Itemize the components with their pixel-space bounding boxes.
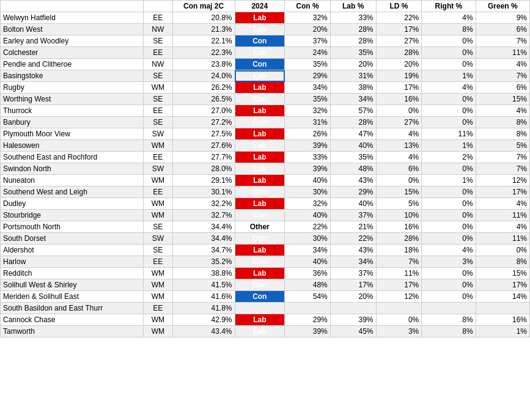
col-header-2024: 2024 (235, 1, 285, 12)
green-pct: 6% (476, 82, 529, 94)
green-pct: 11% (476, 233, 529, 245)
right-pct (422, 303, 476, 314)
con-majority: 22.1% (172, 35, 235, 47)
constituency-name: Cannock Chase (1, 314, 144, 326)
ld-pct: 28% (376, 47, 422, 59)
right-pct: 0% (422, 47, 476, 59)
lab-pct: 28% (330, 24, 376, 35)
lab-pct: 35% (330, 47, 376, 59)
result-2024: Lab (235, 82, 285, 94)
ld-pct: 16% (376, 94, 422, 105)
col-header-ld-pct: LD % (376, 1, 422, 12)
lab-pct: 37% (330, 210, 376, 221)
ld-pct: 15% (376, 186, 422, 198)
right-pct: 4% (422, 12, 476, 24)
result-2024: Lab (235, 140, 285, 152)
table-row: BasingstokeSE24.0%Lab29%31%19%1%7% (1, 70, 530, 82)
lab-pct: 34% (330, 94, 376, 105)
green-pct: 16% (476, 314, 529, 326)
con-pct: 36% (285, 268, 331, 279)
table-row: StourbridgeWM32.7%Con40%37%10%0%11% (1, 210, 530, 221)
right-pct: 0% (422, 291, 476, 303)
region-code: SE (144, 70, 173, 82)
lab-pct: 31% (330, 70, 376, 82)
ld-pct: 0% (376, 105, 422, 117)
green-pct: 11% (476, 210, 529, 221)
right-pct: 8% (422, 326, 476, 337)
region-code: EE (144, 186, 173, 198)
con-pct: 22% (285, 221, 331, 233)
right-pct: 4% (422, 82, 476, 94)
table-row: RedditchWM38.8%Lab36%37%11%0%15% (1, 268, 530, 279)
table-row: TamworthWM43.4%Lab39%45%3%8%1% (1, 326, 530, 337)
col-header-green-pct: Green % (476, 1, 529, 12)
con-pct: 34% (285, 245, 331, 256)
region-code: WM (144, 210, 173, 221)
constituency-name: Solihull West & Shirley (1, 279, 144, 291)
constituency-name: Portsmouth North (1, 221, 144, 233)
ld-pct: 3% (376, 326, 422, 337)
lab-pct: 48% (330, 163, 376, 175)
con-pct: 31% (285, 117, 331, 128)
con-majority: 41.6% (172, 291, 235, 303)
lab-pct: 20% (330, 59, 376, 70)
con-majority: 34.7% (172, 245, 235, 256)
constituency-name: Stourbridge (1, 210, 144, 221)
region-code: WM (144, 314, 173, 326)
con-pct: 30% (285, 233, 331, 245)
col-header-right-pct: Right % (422, 1, 476, 12)
con-majority: 41.8% (172, 303, 235, 314)
con-pct: 39% (285, 326, 331, 337)
table-row: BanburySE27.2%Con31%28%27%0%8% (1, 117, 530, 128)
col-header-con-pct: Con % (285, 1, 331, 12)
region-code: WM (144, 326, 173, 337)
table-row: Welwyn HatfieldEE20.8%Lab32%33%22%4%9% (1, 12, 530, 24)
table-row: Solihull West & ShirleyWM41.5%Con48%17%1… (1, 279, 530, 291)
con-majority: 28.0% (172, 163, 235, 175)
region-code: EE (144, 303, 173, 314)
lab-pct: 40% (330, 198, 376, 210)
right-pct: 0% (422, 35, 476, 47)
con-pct: 40% (285, 256, 331, 268)
table-row: Bolton WestNW21.3%Lab20%28%17%8%6% (1, 24, 530, 35)
region-code: WM (144, 140, 173, 152)
lab-pct: 47% (330, 128, 376, 140)
right-pct: 0% (422, 279, 476, 291)
result-2024 (235, 303, 285, 314)
lab-pct: 21% (330, 221, 376, 233)
con-majority: 32.2% (172, 198, 235, 210)
ld-pct: 16% (376, 221, 422, 233)
constituency-name: Basingstoke (1, 70, 144, 82)
constituency-name: Harlow (1, 256, 144, 268)
con-pct: 37% (285, 35, 331, 47)
region-code: EE (144, 12, 173, 24)
ld-pct: 12% (376, 291, 422, 303)
con-majority: 27.6% (172, 140, 235, 152)
table-row: Meriden & Solihull EastWM41.6%Con54%20%1… (1, 291, 530, 303)
right-pct: 0% (422, 186, 476, 198)
con-pct: 54% (285, 291, 331, 303)
con-pct: 24% (285, 47, 331, 59)
ld-pct: 28% (376, 233, 422, 245)
con-majority: 30.1% (172, 186, 235, 198)
con-pct: 34% (285, 82, 331, 94)
constituency-name: Dudley (1, 198, 144, 210)
region-code: WM (144, 175, 173, 186)
green-pct: 4% (476, 59, 529, 70)
con-pct (285, 303, 331, 314)
con-pct: 35% (285, 94, 331, 105)
right-pct: 0% (422, 94, 476, 105)
con-pct: 35% (285, 59, 331, 70)
col-header-region (144, 1, 173, 12)
region-code: SE (144, 245, 173, 256)
region-code: EE (144, 256, 173, 268)
green-pct: 6% (476, 24, 529, 35)
con-majority: 27.7% (172, 152, 235, 163)
result-2024: Lab (235, 128, 285, 140)
ld-pct: 13% (376, 140, 422, 152)
ld-pct: 0% (376, 175, 422, 186)
region-code: WM (144, 268, 173, 279)
green-pct (476, 303, 529, 314)
table-row: ThurrockEE27.0%Lab32%57%0%0%4% (1, 105, 530, 117)
con-majority: 23.8% (172, 59, 235, 70)
